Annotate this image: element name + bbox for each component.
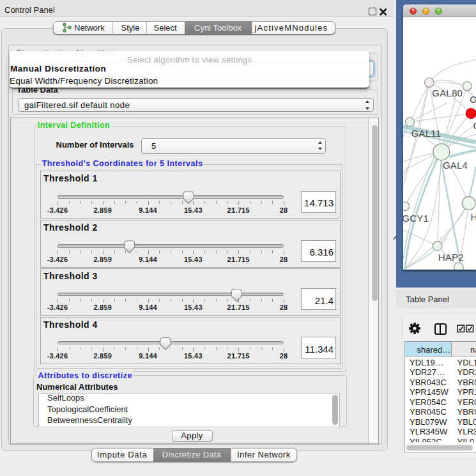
svg-text:GAL80: GAL80 (432, 88, 463, 98)
svg-text:H: H (471, 211, 476, 222)
svg-text:GA: GA (470, 93, 476, 104)
svg-text:GAL4: GAL4 (443, 160, 468, 171)
svg-text:CD: CD (473, 120, 476, 131)
svg-text:GAL11: GAL11 (411, 128, 441, 139)
svg-text:GCY1: GCY1 (403, 213, 429, 224)
svg-text:HAP2: HAP2 (438, 252, 464, 263)
